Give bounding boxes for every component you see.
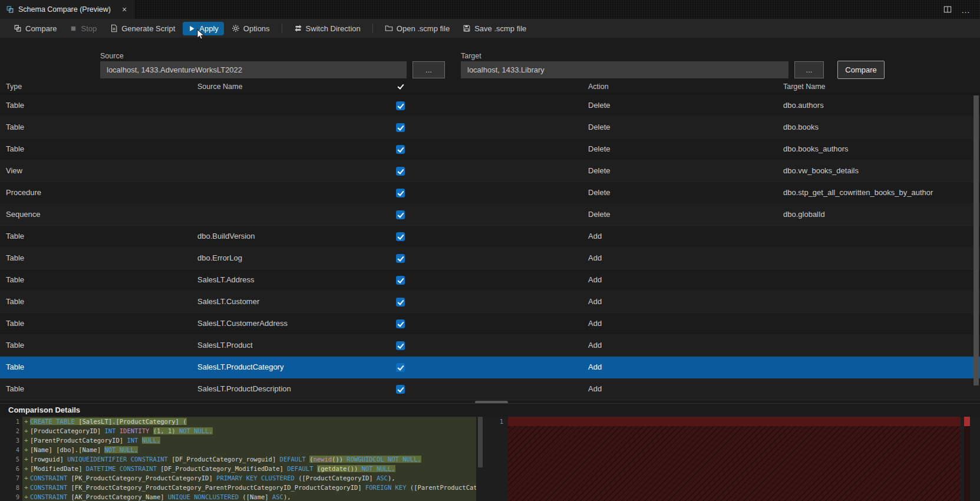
include-checkbox[interactable] bbox=[396, 145, 405, 154]
row-type: Table bbox=[6, 269, 24, 291]
row-target-name: dbo.books bbox=[783, 117, 819, 138]
table-row[interactable]: TableSalesLT.AddressAdd bbox=[0, 269, 980, 291]
diff-add-marker: + bbox=[22, 436, 30, 445]
row-action: Add bbox=[588, 248, 602, 269]
comparison-details-title: Comparison Details bbox=[8, 406, 80, 414]
row-checkbox-cell bbox=[396, 123, 405, 132]
row-action: Add bbox=[588, 269, 602, 291]
row-source-name: SalesLT.Product bbox=[197, 335, 253, 356]
header-action: Action bbox=[588, 83, 609, 91]
grid-vertical-scrollbar-thumb[interactable] bbox=[974, 95, 979, 385]
table-row[interactable]: TableDeletedbo.authors bbox=[0, 95, 980, 117]
table-row[interactable]: TableSalesLT.ProductDescriptionAdd bbox=[0, 378, 980, 400]
include-checkbox[interactable] bbox=[396, 298, 405, 306]
tab-schema-compare[interactable]: Schema Compare (Preview) × bbox=[0, 0, 136, 19]
include-checkbox[interactable] bbox=[396, 210, 405, 219]
row-type: Table bbox=[6, 226, 24, 247]
table-row[interactable]: ProcedureDeletedbo.stp_get_all_cowritten… bbox=[0, 182, 980, 204]
row-action: Delete bbox=[588, 160, 611, 182]
diff-line-added: 5+[rowguid] UNIQUEIDENTIFIER CONSTRAINT … bbox=[5, 454, 476, 464]
source-input[interactable] bbox=[100, 61, 407, 78]
row-type: Table bbox=[6, 313, 24, 334]
row-source-name: SalesLT.CustomerAddress bbox=[197, 313, 288, 334]
header-type: Type bbox=[6, 83, 22, 91]
include-checkbox[interactable] bbox=[396, 232, 405, 241]
row-source-name: SalesLT.ProductCategory bbox=[197, 357, 283, 378]
more-actions-icon[interactable]: … bbox=[961, 5, 971, 15]
row-type: Sequence bbox=[6, 204, 41, 225]
table-row[interactable]: SequenceDeletedbo.globalId bbox=[0, 204, 980, 226]
generate-script-button[interactable]: Generate Script bbox=[104, 22, 180, 35]
code-text: +CREATE TABLE [SalesLT].[ProductCategory… bbox=[22, 417, 476, 426]
table-row[interactable]: TableDeletedbo.books bbox=[0, 117, 980, 139]
tab-title: Schema Compare (Preview) bbox=[18, 5, 111, 14]
tab-close-icon[interactable]: × bbox=[120, 5, 129, 14]
row-target-name: dbo.books_authors bbox=[783, 139, 849, 160]
toolbar-item-label: Apply bbox=[199, 24, 219, 33]
diff-left-scrollbar-thumb[interactable] bbox=[478, 417, 483, 467]
diff-overview-ruler[interactable] bbox=[964, 417, 970, 501]
row-source-name: dbo.BuildVersion bbox=[197, 226, 255, 247]
include-checkbox[interactable] bbox=[396, 276, 405, 285]
table-row[interactable]: TableSalesLT.CustomerAddressAdd bbox=[0, 313, 980, 335]
table-row[interactable]: TableSalesLT.CustomerAdd bbox=[0, 291, 980, 313]
include-checkbox[interactable] bbox=[396, 385, 405, 394]
row-type: Table bbox=[6, 357, 24, 378]
table-row[interactable]: TableDeletedbo.books_authors bbox=[0, 139, 980, 160]
diff-line-added: 4+[Name] [dbo].[Name] NOT NULL, bbox=[5, 445, 476, 454]
open-icon bbox=[385, 24, 393, 32]
compare-button[interactable]: Compare bbox=[837, 61, 885, 79]
table-row[interactable]: Tabledbo.ErrorLogAdd bbox=[0, 248, 980, 269]
toolbar-item-label: Generate Script bbox=[121, 24, 175, 33]
include-checkbox[interactable] bbox=[396, 101, 405, 110]
target-input[interactable] bbox=[461, 61, 788, 78]
source-browse-button[interactable]: ... bbox=[413, 61, 445, 78]
target-browse-button[interactable]: ... bbox=[794, 61, 824, 78]
line-number: 1 bbox=[5, 417, 22, 426]
row-source-name: SalesLT.Customer bbox=[197, 291, 259, 312]
include-checkbox[interactable] bbox=[396, 254, 405, 263]
table-row[interactable]: TableSalesLT.ProductCategoryAdd bbox=[0, 357, 980, 378]
include-checkbox[interactable] bbox=[396, 341, 405, 350]
row-action: Add bbox=[588, 313, 602, 334]
schema-compare-window: Schema Compare (Preview) × … CompareStop… bbox=[0, 0, 980, 501]
row-action: Add bbox=[588, 291, 602, 312]
options-button[interactable]: Options bbox=[226, 22, 275, 35]
diff-line-added: 1+CREATE TABLE [SalesLT].[ProductCategor… bbox=[5, 417, 476, 426]
row-source-name: dbo.ErrorLog bbox=[197, 248, 242, 269]
line-number: 6 bbox=[5, 464, 22, 473]
save-scmp-button[interactable]: Save .scmp file bbox=[457, 22, 532, 35]
table-row[interactable]: Tabledbo.BuildVersionAdd bbox=[0, 226, 980, 248]
header-target-name: Target Name bbox=[783, 83, 826, 91]
include-checkbox[interactable] bbox=[396, 189, 405, 197]
row-action: Delete bbox=[588, 117, 611, 138]
compare-icon bbox=[14, 24, 22, 32]
row-checkbox-cell bbox=[396, 167, 405, 176]
diff-line-added: 2+[ProductCategoryID] INT IDENTITY (1, 1… bbox=[5, 426, 476, 436]
switch-direction-button[interactable]: Switch Direction bbox=[289, 22, 366, 35]
stop-button[interactable]: Stop bbox=[64, 22, 102, 35]
compare-button[interactable]: Compare bbox=[8, 22, 62, 35]
row-checkbox-cell bbox=[396, 298, 405, 306]
row-checkbox-cell bbox=[396, 101, 405, 110]
diff-line-added: 8+CONSTRAINT [FK_ProductCategory_Product… bbox=[5, 483, 476, 492]
include-checkbox[interactable] bbox=[396, 319, 405, 328]
row-target-name: dbo.stp_get_all_cowritten_books_by_autho… bbox=[783, 182, 933, 203]
split-editor-icon[interactable] bbox=[943, 5, 952, 14]
grid-rows: TableDeletedbo.authorsTableDeletedbo.boo… bbox=[0, 95, 980, 400]
header-source-name: Source Name bbox=[197, 83, 242, 91]
diff-line-added: 3+[ParentProductCategoryID] INT NULL, bbox=[5, 436, 476, 445]
include-checkbox[interactable] bbox=[396, 123, 405, 132]
script-icon bbox=[110, 24, 118, 32]
line-number: 5 bbox=[5, 454, 22, 464]
row-target-name: dbo.globalId bbox=[783, 204, 825, 225]
include-checkbox[interactable] bbox=[396, 167, 405, 176]
include-checkbox[interactable] bbox=[396, 363, 405, 372]
row-action: Delete bbox=[588, 204, 611, 225]
switch-icon bbox=[294, 24, 302, 32]
open-scmp-button[interactable]: Open .scmp file bbox=[380, 22, 455, 35]
table-row[interactable]: ViewDeletedbo.vw_books_details bbox=[0, 160, 980, 182]
apply-button[interactable]: Apply bbox=[183, 22, 224, 35]
table-row[interactable]: TableSalesLT.ProductAdd bbox=[0, 335, 980, 357]
toolbar-item-label: Save .scmp file bbox=[474, 24, 526, 33]
